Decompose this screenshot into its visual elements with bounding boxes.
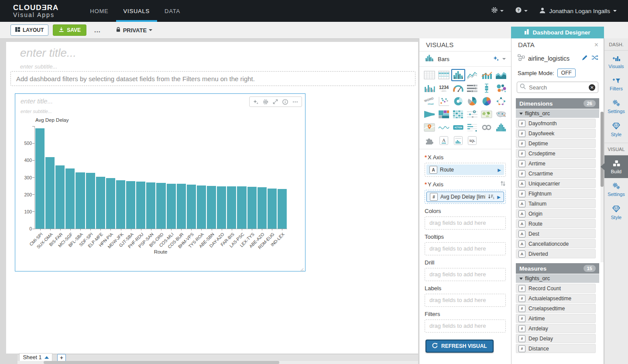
chevron-right-icon[interactable]: ▶	[498, 168, 501, 172]
bar-MDW-JFK[interactable]	[116, 180, 125, 229]
bar-FAR-BIS[interactable]	[227, 186, 236, 229]
visual-type-gauge-icon[interactable]	[451, 82, 465, 94]
sidebar-item-filters[interactable]: Filters	[604, 73, 628, 95]
dimensions-group-flights-orc[interactable]: flights_orc	[516, 109, 599, 118]
bar-LAS-PSC[interactable]	[237, 186, 246, 229]
field-route[interactable]: ARoute	[516, 219, 596, 228]
info-icon[interactable]	[282, 99, 288, 105]
visual-type-extension-icon[interactable]	[422, 134, 436, 147]
dashboard-title-input[interactable]: enter title...	[20, 46, 76, 60]
field-distance[interactable]: #Distance	[516, 344, 596, 353]
refresh-visual-button[interactable]: REFRESH VISUAL	[426, 340, 494, 353]
visual-type-rich-text-icon[interactable]: A	[437, 134, 451, 147]
visual-type-grouped-bars-icon[interactable]	[422, 82, 436, 94]
horizontal-scrollbar[interactable]	[17, 361, 418, 364]
field-diverted[interactable]: ADiverted	[516, 249, 596, 258]
visual-type-table-icon[interactable]	[422, 69, 436, 81]
settings-menu-button[interactable]	[491, 7, 504, 15]
y-axis-shelf[interactable]: # Avg Dep Delay [limit ... 1 ▶	[425, 190, 506, 204]
nav-tab-home[interactable]: HOME	[82, 0, 116, 22]
field-dep-delay[interactable]: #Dep Delay	[516, 334, 596, 343]
visual-type-usa-map-icon[interactable]	[494, 108, 508, 120]
help-menu-button[interactable]: ?	[515, 7, 528, 15]
gear-icon[interactable]	[263, 99, 268, 105]
sidebar-item-style[interactable]: Style	[604, 118, 628, 141]
save-button[interactable]: SAVE	[53, 24, 86, 36]
search-input[interactable]	[528, 84, 587, 91]
close-icon[interactable]: ×	[594, 41, 598, 49]
add-sheet-button[interactable]: +	[57, 354, 66, 361]
visual-type-network-icon[interactable]	[494, 95, 508, 107]
selected-visual-type-row[interactable]: Bars	[419, 52, 511, 67]
sort-icon[interactable]	[500, 181, 506, 188]
field-arrtime[interactable]: #Arrtime	[516, 159, 596, 168]
field-arrdelay[interactable]: #Arrdelay	[516, 324, 596, 333]
field-dayofmonth[interactable]: #Dayofmonth	[516, 119, 596, 128]
visual-type-links-icon[interactable]	[480, 121, 494, 134]
chevron-right-icon[interactable]: ▶	[497, 195, 501, 199]
sidebar-item-build[interactable]: Build	[604, 155, 628, 178]
sidebar-item-settings[interactable]: Settings	[604, 95, 628, 118]
visual-type-radial-icon[interactable]	[466, 95, 480, 107]
user-menu-button[interactable]: Jonathan Logan Ingalls	[539, 7, 617, 15]
layout-button[interactable]: LAYOUT	[10, 24, 48, 36]
scrollbar-thumb[interactable]	[601, 112, 604, 187]
field-dest[interactable]: ADest	[516, 229, 596, 238]
bar-ABE-SBN[interactable]	[207, 186, 216, 229]
bar-LEX-TYS[interactable]	[247, 187, 257, 229]
sample-mode-toggle[interactable]: OFF	[557, 69, 576, 77]
bar-HPN-PIA[interactable]	[106, 178, 115, 229]
dimensions-scrollbar[interactable]	[601, 112, 604, 262]
expand-icon[interactable]	[273, 99, 278, 104]
visual-type-flow-icon[interactable]	[466, 108, 480, 120]
measures-group-flights-orc[interactable]: flights_orc	[516, 274, 599, 283]
scrollbar-thumb[interactable]	[44, 361, 279, 364]
bar-BFL-SBA[interactable]	[75, 172, 85, 229]
bar-PHF-RDU[interactable]	[136, 182, 145, 229]
chevron-down-icon[interactable]	[502, 58, 506, 60]
privacy-dropdown[interactable]: PRIVATE	[112, 25, 156, 35]
visual-type-word-cloud-icon[interactable]: WORDcloud	[422, 95, 436, 107]
visual-type-combo-icon[interactable]	[480, 69, 494, 81]
bar-COS-MLI[interactable]	[167, 184, 176, 229]
bar-SDF-SPI[interactable]	[86, 173, 95, 229]
sidebar-item-settings[interactable]: Settings	[604, 178, 628, 201]
bar-SUX-OMA[interactable]	[45, 157, 55, 229]
visual-type-donut-icon[interactable]	[451, 95, 465, 107]
resize-handle[interactable]	[300, 266, 304, 270]
visual-title-input[interactable]: enter title...	[21, 97, 53, 105]
bar-BIS-ORD[interactable]	[156, 183, 165, 229]
visual-type-funnel-icon[interactable]	[422, 108, 436, 120]
visual-type-lines-icon[interactable]	[466, 69, 480, 81]
field-airtime[interactable]: #Airtime	[516, 314, 596, 323]
nav-tab-data[interactable]: DATA	[157, 0, 188, 22]
visual-type-action-icon[interactable]: ACTION	[451, 121, 465, 134]
bar-RDM-EUG[interactable]	[268, 189, 277, 229]
visual-subtitle-input[interactable]: enter subtitle...	[21, 109, 52, 114]
tooltips-shelf-dropzone[interactable]: drag fields to add here	[425, 242, 506, 255]
visual-type-legend-icon[interactable]	[466, 121, 480, 134]
visual-type-pie-icon[interactable]	[480, 95, 494, 107]
visual-type-bullet-icon[interactable]	[466, 82, 480, 94]
visual-type-bars-icon[interactable]	[451, 69, 465, 81]
sparkle-icon[interactable]	[493, 55, 499, 63]
field-crsdeptime[interactable]: #Crsdeptime	[516, 149, 596, 158]
field-crsarrtime[interactable]: #Crsarrtime	[516, 169, 596, 178]
filters-shelf-dropzone[interactable]: drag fields to add here	[425, 319, 506, 333]
field-tailnum[interactable]: ATailnum	[516, 199, 596, 208]
visual-type-crosstab-icon[interactable]	[437, 69, 451, 81]
dashboard-filter-dropzone[interactable]: Add dashboard filters by selecting datas…	[10, 71, 415, 86]
bar-ELP-MFE[interactable]	[96, 177, 105, 229]
sidebar-item-visuals[interactable]: Visuals	[604, 51, 628, 73]
field-record-count[interactable]: #Record Count	[516, 284, 596, 293]
bar-GJT-SBA[interactable]	[126, 181, 135, 229]
dashboard-subtitle-input[interactable]: enter subtitle...	[20, 63, 57, 70]
visual-type-areas-icon[interactable]	[494, 69, 508, 81]
x-axis-shelf[interactable]: A Route ▶	[425, 163, 506, 177]
visual-type-choropleth-map-icon[interactable]	[480, 108, 494, 120]
shuffle-icon[interactable]	[591, 55, 598, 62]
bar-BIS-FAR[interactable]	[55, 165, 65, 229]
bar-TYS-ROA[interactable]	[197, 185, 206, 229]
bar-MCI-SGF[interactable]	[65, 168, 75, 229]
bar-ABE-AZO[interactable]	[257, 187, 267, 229]
